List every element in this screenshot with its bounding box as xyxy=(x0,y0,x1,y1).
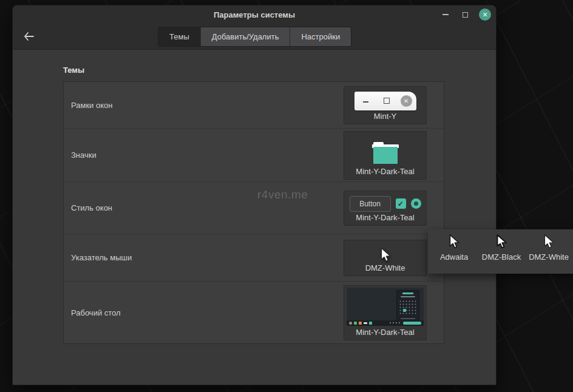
row-label: Рабочий стол xyxy=(64,308,344,317)
preview-minimize-icon xyxy=(363,101,368,103)
preview-button-widget: Button xyxy=(350,196,391,212)
calendar-widget-preview xyxy=(396,290,419,322)
cursor-theme-button[interactable]: DMZ-White xyxy=(344,240,427,276)
row-icons: Значки Mint-Y-Dark-Teal xyxy=(64,129,444,182)
theme-value: Mint-Y-Dark-Teal xyxy=(356,213,414,225)
cursor-icon xyxy=(447,234,461,251)
titlebar: Параметры системы ✕ xyxy=(13,5,496,24)
themes-panel: Рамки окон ✕ Mint-Y Значки M xyxy=(63,81,444,344)
row-desktop: Рабочий стол Mint xyxy=(64,282,444,343)
preview-close-icon: ✕ xyxy=(401,95,412,107)
row-window-style: Стиль окон Button ✓ Mint-Y-Dark-Teal xyxy=(64,182,444,234)
cursor-icon xyxy=(379,248,392,263)
desktop-preview xyxy=(347,288,424,326)
system-settings-window: Параметры системы ✕ Темы Добавить/Удалит… xyxy=(12,5,497,385)
row-label: Указатель мыши xyxy=(64,253,344,262)
widget-theme-button[interactable]: Button ✓ Mint-Y-Dark-Teal xyxy=(344,191,427,226)
preview-radio-icon xyxy=(411,198,421,209)
tab-themes[interactable]: Темы xyxy=(158,27,201,46)
cursor-icon xyxy=(495,234,508,251)
header-bar: Темы Добавить/Удалить Настройки xyxy=(13,24,496,50)
minimize-icon xyxy=(442,14,449,15)
icon-theme-button[interactable]: Mint-Y-Dark-Teal xyxy=(344,131,427,180)
tab-bar: Темы Добавить/Удалить Настройки xyxy=(158,27,351,47)
maximize-icon xyxy=(463,12,468,18)
theme-value: Mint-Y xyxy=(374,112,397,124)
cursor-option-dmz-black[interactable]: DMZ-Black xyxy=(478,234,525,262)
close-button[interactable]: ✕ xyxy=(479,8,491,21)
window-border-theme-button[interactable]: ✕ Mint-Y xyxy=(344,86,427,124)
widget-preview: Button ✓ xyxy=(350,196,421,212)
tab-add-remove[interactable]: Добавить/Удалить xyxy=(201,27,291,46)
section-heading: Темы xyxy=(63,66,496,75)
tab-settings[interactable]: Настройки xyxy=(290,27,351,46)
back-arrow-icon xyxy=(24,32,34,41)
volume-slider-preview xyxy=(403,322,421,325)
content-area: Темы Рамки окон ✕ Mint-Y Значки xyxy=(13,50,496,385)
watermark: r4ven.me xyxy=(257,188,308,201)
preview-checkbox-icon: ✓ xyxy=(396,198,406,209)
maximize-button[interactable] xyxy=(459,9,470,20)
row-label: Значки xyxy=(64,150,344,160)
window-border-preview: ✕ xyxy=(354,92,416,110)
row-mouse-pointer: Указатель мыши DMZ-White xyxy=(64,234,444,282)
cursor-option-dmz-white[interactable]: DMZ-White xyxy=(525,234,572,262)
minimize-button[interactable] xyxy=(440,9,451,20)
theme-value: DMZ-White xyxy=(365,263,405,275)
desktop-theme-button[interactable]: Mint-Y-Dark-Teal xyxy=(344,285,427,340)
back-button[interactable] xyxy=(21,29,36,44)
row-label: Стиль окон xyxy=(64,203,344,212)
cursor-icon xyxy=(542,234,555,251)
window-controls: ✕ xyxy=(440,5,491,24)
taskbar-preview xyxy=(347,320,424,326)
cursor-theme-popup: Adwaita DMZ-Black DMZ-White xyxy=(428,229,573,274)
window-title: Параметры системы xyxy=(214,10,295,19)
cursor-option-adwaita[interactable]: Adwaita xyxy=(430,234,478,262)
folder-icon xyxy=(371,142,399,165)
preview-maximize-icon xyxy=(384,98,390,104)
close-icon: ✕ xyxy=(482,12,487,18)
theme-value: Mint-Y-Dark-Teal xyxy=(356,328,414,340)
row-label: Рамки окон xyxy=(64,101,344,110)
theme-value: Mint-Y-Dark-Teal xyxy=(356,167,414,179)
row-window-borders: Рамки окон ✕ Mint-Y xyxy=(64,82,444,129)
